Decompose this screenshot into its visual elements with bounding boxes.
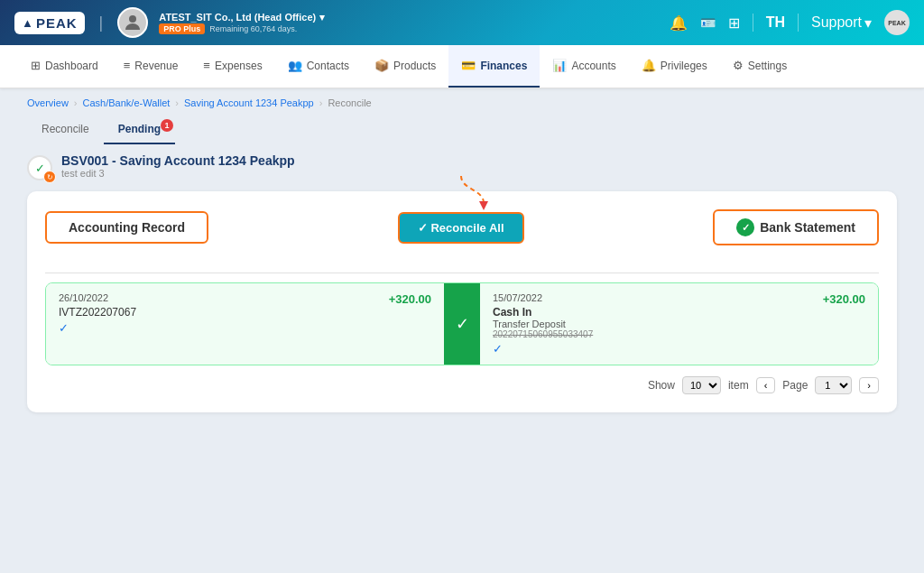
breadcrumb-bank[interactable]: Cash/Bank/e-Wallet (83, 97, 171, 108)
support-label: Support (811, 14, 862, 31)
rec-left-info: 26/10/2022 IVTZ202207067 (59, 292, 136, 319)
breadcrumb-overview[interactable]: Overview (27, 97, 69, 108)
settings-icon: ⚙ (733, 59, 744, 72)
rec-left: 26/10/2022 IVTZ202207067 +320.00 ✓ (46, 283, 444, 365)
nav-item-revenue[interactable]: ≡ Revenue (111, 45, 191, 88)
rec-right-ref: 20220715060955033407 (493, 329, 593, 339)
company-info: ATEST_SIT Co., Ltd (Head Office) ▾ PRO P… (159, 12, 325, 34)
pending-badge: 1 (161, 119, 173, 132)
content-box: Accounting Record ✓ Reconcile All ✓ Bank… (27, 191, 897, 412)
user-initials: TH (766, 14, 785, 31)
rec-middle-divider: ✓ (444, 283, 480, 365)
nav-item-contacts[interactable]: 👥 Contacts (275, 45, 362, 88)
products-icon: 📦 (374, 59, 389, 72)
nav-item-dashboard[interactable]: ⊞ Dashboard (18, 45, 111, 88)
tabs-row: Reconcile Pending 1 (0, 108, 924, 144)
nav-label-contacts: Contacts (307, 60, 349, 72)
tab-reconcile[interactable]: Reconcile (27, 116, 104, 144)
dashboard-icon: ⊞ (31, 59, 41, 72)
rec-left-amount: +320.00 (389, 292, 431, 306)
nav-item-finances[interactable]: 💳 Finances (448, 45, 540, 88)
reconcile-all-label: ✓ Reconcile All (418, 221, 504, 235)
rec-check-icon: ✓ (456, 314, 469, 334)
remaining-days: Remaining 60,764 days. (209, 24, 297, 33)
nav-label-products: Products (393, 60, 436, 72)
header-divider2 (798, 14, 799, 32)
nav-item-privileges[interactable]: 🔔 Privileges (629, 45, 720, 88)
tab-pending[interactable]: Pending 1 (104, 116, 175, 144)
company-name-row: ATEST_SIT Co., Ltd (Head Office) ▾ (159, 12, 325, 23)
support-chevron-icon: ▾ (864, 14, 872, 32)
support-button[interactable]: Support ▾ (811, 14, 872, 32)
logo: ▲ PEAK (14, 12, 85, 34)
bell-icon[interactable]: 🔔 (670, 14, 688, 32)
bank-statement-label: ✓ Bank Statement (713, 209, 879, 245)
breadcrumb-sep2: › (175, 97, 179, 108)
header-icons: 🔔 🪪 ⊞ TH Support ▾ PEAK (670, 10, 910, 35)
chevron-down-icon[interactable]: ▾ (319, 12, 325, 23)
next-page-button[interactable]: › (859, 377, 879, 393)
breadcrumb-current: Reconcile (328, 97, 371, 108)
breadcrumb-account[interactable]: Saving Account 1234 Peakpp (184, 97, 314, 108)
nav-item-products[interactable]: 📦 Products (362, 45, 448, 88)
show-select[interactable]: 10 25 50 (682, 376, 721, 394)
expenses-icon: ≡ (203, 59, 210, 72)
page-select[interactable]: 1 (815, 376, 852, 394)
header-divider (753, 14, 753, 32)
user-avatar[interactable]: PEAK (884, 10, 910, 35)
account-checkmark-icon: ✓ (35, 162, 45, 175)
nav-label-privileges: Privileges (661, 60, 707, 72)
breadcrumb: Overview › Cash/Bank/e-Wallet › Saving A… (0, 88, 924, 108)
prev-page-button[interactable]: ‹ (756, 377, 776, 393)
pro-badge: PRO Plus (159, 23, 205, 34)
top-header: ▲ PEAK | ATEST_SIT Co., Ltd (Head Office… (0, 0, 924, 45)
nav-label-accounts: Accounts (571, 60, 615, 72)
show-label: Show (648, 379, 675, 392)
nav-label-dashboard: Dashboard (45, 60, 98, 72)
finances-icon: 💳 (461, 59, 476, 72)
grid-icon[interactable]: ⊞ (728, 14, 740, 32)
reconcile-header-area: Accounting Record ✓ Reconcile All ✓ Bank… (45, 209, 879, 263)
company-avatar (117, 7, 148, 38)
privileges-icon: 🔔 (642, 59, 656, 72)
nav-label-revenue: Revenue (134, 60, 178, 72)
account-title-block: BSV001 - Saving Account 1234 Peakpp test… (61, 153, 295, 179)
reconcile-center: ✓ Reconcile All (398, 212, 524, 244)
rec-right: 15/07/2022 Cash In Transfer Deposit 2022… (480, 283, 878, 365)
content-divider (45, 273, 879, 273)
nav-label-finances: Finances (480, 60, 527, 72)
account-subtitle: test edit 3 (61, 168, 295, 179)
bank-statement-text: Bank Statement (760, 220, 855, 235)
accounts-icon: 📊 (552, 59, 567, 72)
nav-item-expenses[interactable]: ≡ Expenses (190, 45, 274, 88)
pagination-row: Show 10 25 50 item ‹ Page 1 › (45, 376, 879, 394)
account-refresh-badge: ↻ (43, 171, 56, 183)
nav-bar: ⊞ Dashboard ≡ Revenue ≡ Expenses 👥 Conta… (0, 45, 924, 88)
reconcile-all-button[interactable]: ✓ Reconcile All (398, 212, 524, 244)
rec-right-type: Cash In (493, 306, 593, 319)
tab-pending-label: Pending (118, 123, 161, 135)
breadcrumb-sep3: › (319, 97, 323, 108)
revenue-icon: ≡ (124, 59, 131, 72)
breadcrumb-sep1: › (74, 97, 78, 108)
col-headers: Accounting Record ✓ Reconcile All ✓ Bank… (45, 209, 879, 245)
rec-right-check-icon: ✓ (493, 342, 865, 356)
svg-point-0 (129, 15, 136, 23)
svg-marker-1 (479, 201, 488, 210)
accounting-record-label: Accounting Record (45, 211, 208, 244)
rec-right-date: 15/07/2022 (493, 292, 593, 303)
tab-reconcile-label: Reconcile (42, 123, 89, 135)
nav-label-settings: Settings (748, 60, 787, 72)
rec-right-info: 15/07/2022 Cash In Transfer Deposit 2022… (493, 292, 593, 339)
rec-left-id: IVTZ202207067 (59, 306, 136, 319)
dashed-arrow-svg (425, 176, 497, 212)
rec-right-desc: Transfer Deposit (493, 319, 593, 329)
user-card-icon[interactable]: 🪪 (700, 15, 716, 30)
company-name-text: ATEST_SIT Co., Ltd (Head Office) (159, 12, 316, 23)
rec-left-date: 26/10/2022 (59, 292, 136, 303)
contacts-icon: 👥 (288, 59, 302, 72)
refresh-icon: ↻ (47, 173, 53, 181)
nav-item-accounts[interactable]: 📊 Accounts (540, 45, 628, 88)
header-separator: | (99, 14, 104, 32)
nav-item-settings[interactable]: ⚙ Settings (720, 45, 799, 88)
